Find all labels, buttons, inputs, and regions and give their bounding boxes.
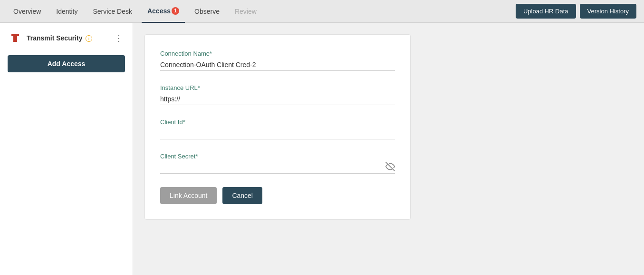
instance-url-group: Instance URL* — [160, 84, 395, 105]
nav-item-observe-label: Observe — [194, 8, 220, 15]
client-id-label: Client Id* — [160, 118, 395, 126]
brand-info-icon[interactable]: i — [86, 35, 92, 42]
sidebar-menu-icon[interactable]: ⋮ — [113, 31, 125, 45]
nav-item-access[interactable]: Access 1 — [142, 0, 185, 23]
nav-item-overview-label: Overview — [13, 8, 41, 15]
brand-logo-icon — [8, 30, 23, 46]
instance-url-label: Instance URL* — [160, 84, 395, 91]
connection-name-group: Connection Name* — [160, 50, 395, 71]
brand-name: Transmit Security — [27, 34, 83, 42]
nav-item-service-desk-label: Service Desk — [93, 8, 132, 15]
access-badge: 1 — [172, 7, 179, 15]
client-secret-label: Client Secret* — [160, 153, 395, 160]
nav-item-access-label: Access — [147, 7, 171, 15]
nav-item-review-label: Review — [235, 8, 257, 15]
client-secret-wrapper — [160, 162, 395, 174]
top-navigation: Overview Identity Service Desk Access 1 … — [0, 0, 644, 23]
upload-hr-data-button[interactable]: Upload HR Data — [516, 4, 576, 19]
nav-item-overview[interactable]: Overview — [8, 0, 47, 23]
client-id-group: Client Id* — [160, 118, 395, 139]
sidebar: Transmit Security i ⋮ Add Access — [0, 23, 133, 275]
add-access-button[interactable]: Add Access — [8, 55, 125, 72]
main-layout: Transmit Security i ⋮ Add Access Connect… — [0, 23, 644, 275]
sidebar-brand: Transmit Security i — [8, 30, 92, 46]
link-account-button[interactable]: Link Account — [160, 187, 217, 204]
cancel-button[interactable]: Cancel — [222, 187, 262, 204]
nav-item-identity-label: Identity — [56, 8, 77, 15]
sidebar-header: Transmit Security i ⋮ — [8, 30, 125, 46]
connection-name-input[interactable] — [160, 59, 395, 71]
content-area: Connection Name* Instance URL* Client Id… — [133, 23, 644, 275]
nav-item-review: Review — [229, 0, 262, 23]
form-actions: Link Account Cancel — [160, 187, 395, 204]
nav-actions: Upload HR Data Version History — [516, 4, 636, 19]
instance-url-input[interactable] — [160, 93, 395, 105]
nav-items: Overview Identity Service Desk Access 1 … — [8, 0, 516, 23]
client-id-input[interactable] — [160, 128, 395, 139]
nav-item-service-desk[interactable]: Service Desk — [87, 0, 138, 23]
client-secret-input[interactable] — [160, 162, 395, 174]
nav-item-identity[interactable]: Identity — [50, 0, 83, 23]
form-card: Connection Name* Instance URL* Client Id… — [144, 34, 411, 220]
toggle-visibility-icon[interactable] — [385, 162, 395, 174]
nav-item-observe[interactable]: Observe — [189, 0, 225, 23]
version-history-button[interactable]: Version History — [580, 4, 636, 19]
client-secret-group: Client Secret* — [160, 153, 395, 174]
connection-name-label: Connection Name* — [160, 50, 395, 57]
svg-rect-1 — [13, 34, 17, 36]
